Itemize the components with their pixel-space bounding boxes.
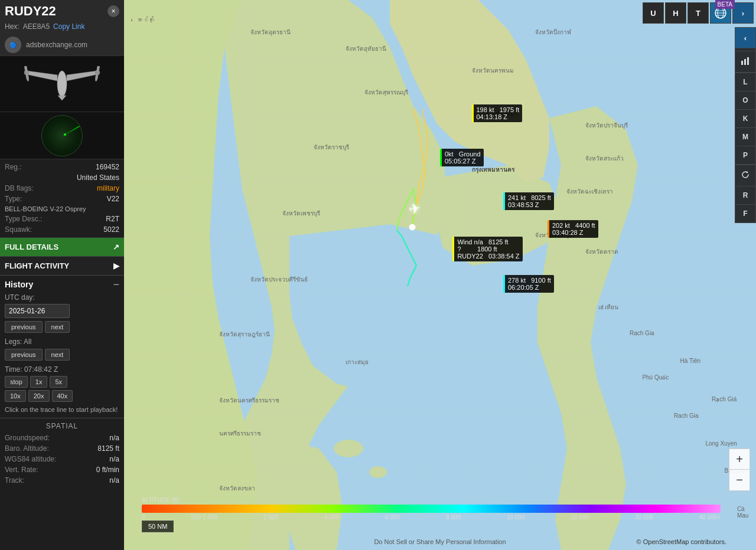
aircraft-silhouette [18, 66, 106, 102]
baro-alt-label: Baro. Altitude: [5, 444, 49, 453]
alt-500: 500 1 000 [191, 514, 218, 520]
u-button[interactable]: U [643, 2, 664, 24]
country-row: United States [5, 172, 119, 183]
spatial-section: SPATIAL Groundspeed: n/a Baro. Altitude:… [0, 418, 124, 489]
vert-rate-label: Vert. Rate: [5, 466, 38, 474]
playback-speed-buttons: 10x 20x 40x [5, 390, 119, 402]
scale-label: 50 NM [142, 520, 174, 532]
type-label: Type: [5, 195, 22, 203]
zoom-controls: + − [729, 448, 750, 491]
full-details-label: FULL DETAILS [5, 243, 58, 251]
refresh-icon [741, 170, 750, 179]
next-leg-button[interactable]: next [45, 349, 70, 361]
alt-2000: 2 000 [263, 514, 278, 520]
logo-row: 🔵 adsbexchange.com [0, 34, 124, 56]
hex-label: Hex: [5, 22, 19, 31]
r-button[interactable]: R [735, 186, 756, 204]
full-details-button[interactable]: FULL DETAILS ↗ [0, 238, 124, 256]
squawk-value: 5022 [103, 225, 119, 234]
full-details-icon: ↗ [113, 243, 119, 251]
hex-row: Hex: AEE8A5 Copy Link [0, 21, 124, 34]
source-logo: 🔵 [5, 37, 21, 53]
zoom-out-button[interactable]: − [729, 470, 750, 491]
vert-rate-row: Vert. Rate: 0 ft/min [5, 464, 119, 475]
type-row: Type: V22 [5, 194, 119, 204]
h-button[interactable]: H [665, 2, 686, 24]
alt-40000: 40 000+ [699, 514, 721, 520]
map-area[interactable]: จังหวัดอุดรธานี จังหวัดอุทัยธานี จังหวัด… [124, 0, 756, 550]
zoom-in-button[interactable]: + [729, 448, 750, 470]
groundspeed-row: Groundspeed: n/a [5, 433, 119, 443]
alt-0: 0 [142, 514, 145, 520]
svg-point-11 [334, 440, 363, 457]
expand-right-button[interactable]: › [732, 2, 754, 24]
legs-label: Legs: All [5, 338, 119, 346]
altitude-legend: ALTITUDE (ft) 0 500 1 000 2 000 4 000 6 … [142, 497, 721, 520]
svg-rect-38 [741, 61, 743, 65]
f-button[interactable]: F [735, 204, 756, 223]
db-flags-label: DB flags: [5, 184, 34, 192]
wgs84-row: WGS84 altitude: n/a [5, 454, 119, 464]
altitude-label: ALTITUDE (ft) [142, 497, 179, 503]
logo-icon: 🔵 [9, 42, 17, 48]
refresh-button[interactable] [735, 165, 756, 186]
close-button[interactable]: × [107, 5, 119, 17]
svg-point-0 [57, 71, 67, 97]
copyright-text: © OpenStreetMap contributors. [637, 538, 726, 545]
speed-1x-button[interactable]: 1x [30, 376, 48, 388]
groundspeed-label: Groundspeed: [5, 434, 50, 442]
next-date-button[interactable]: next [45, 321, 70, 333]
source-name: adsbexchange.com [26, 41, 87, 49]
radar-blip [64, 133, 66, 136]
date-input[interactable] [5, 304, 70, 318]
copy-link-button[interactable]: Copy Link [53, 22, 84, 31]
groundspeed-value: n/a [109, 434, 119, 442]
previous-leg-button[interactable]: previous [5, 349, 43, 361]
history-collapse-button[interactable]: − [113, 279, 119, 290]
k-button[interactable]: K [735, 109, 756, 127]
chart-button[interactable] [735, 51, 756, 72]
l-button[interactable]: L [735, 73, 756, 91]
vert-rate-value: 0 ft/min [96, 466, 119, 474]
map-background [124, 0, 756, 550]
track-label: Track: [5, 476, 24, 484]
speed-40x-button[interactable]: 40x [52, 390, 73, 402]
sidebar: RUDY22 × Hex: AEE8A5 Copy Link 🔵 adsbexc… [0, 0, 124, 550]
svg-marker-1 [27, 71, 57, 81]
altitude-bar-container [142, 505, 721, 513]
db-flags-value: military [97, 184, 119, 192]
m-button[interactable]: M [735, 127, 756, 146]
speed-20x-button[interactable]: 20x [28, 390, 50, 402]
altitude-numbers: 0 500 1 000 2 000 4 000 6 000 8 000 10 0… [142, 514, 721, 520]
collapse-panel-button[interactable]: ‹ [735, 27, 756, 48]
alt-20000: 20 000 [571, 514, 589, 520]
history-section: History − UTC day: previous next Legs: A… [0, 275, 124, 418]
db-flags-row: DB flags: military [5, 183, 119, 194]
alt-4000: 4 000 [324, 514, 339, 520]
reg-label: Reg.: [5, 163, 22, 171]
stop-button[interactable]: stop [5, 376, 28, 388]
svg-marker-2 [67, 71, 97, 81]
alt-8000: 8 000 [446, 514, 461, 520]
speed-5x-button[interactable]: 5x [50, 376, 67, 388]
wgs84-label: WGS84 altitude: [5, 455, 56, 463]
side-buttons: L O K M P R F [735, 30, 756, 223]
aircraft-image-area [0, 56, 124, 112]
playback-controls: stop 1x 5x [5, 376, 119, 388]
altitude-label-row: ALTITUDE (ft) [142, 497, 721, 503]
o-button[interactable]: O [735, 91, 756, 109]
previous-date-button[interactable]: previous [5, 321, 43, 333]
alt-30000: 30 000 [635, 514, 653, 520]
reg-row: Reg.: 169452 [5, 162, 119, 172]
flight-activity-button[interactable]: FLIGHT ACTIVITY ▶ [0, 256, 124, 275]
speed-10x-button[interactable]: 10x [5, 390, 26, 402]
history-title: History [5, 280, 33, 289]
t-button[interactable]: T [687, 2, 709, 24]
svg-rect-40 [747, 57, 749, 65]
flight-activity-label: FLIGHT ACTIVITY [5, 261, 69, 270]
privacy-text[interactable]: Do Not Sell or Share My Personal Informa… [374, 538, 506, 545]
p-button[interactable]: P [735, 146, 756, 164]
squawk-row: Squawk: 5022 [5, 224, 119, 235]
alt-10000: 10 000 [507, 514, 525, 520]
radar-area [0, 112, 124, 159]
